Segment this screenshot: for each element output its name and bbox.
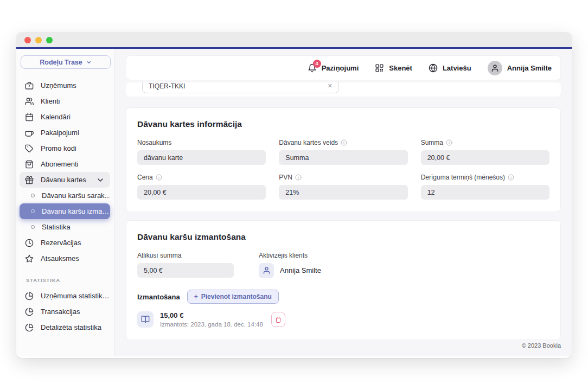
sidebar-item-label: Dāvanu kartes: [41, 176, 86, 184]
pie-chart-icon: [25, 292, 34, 300]
sidebar-subitem-davanu-karsu-izmantosana[interactable]: Dāvanu karšu izma…: [20, 203, 110, 219]
field-input-disabled: Summa: [279, 150, 407, 165]
sidebar-item-label: Abonementi: [41, 160, 78, 168]
field-input-disabled: 20,00 €: [137, 185, 266, 200]
gift-card-info-card: Dāvanu kartes informācija Nosaukums dāva…: [126, 107, 561, 212]
info-icon: [341, 139, 347, 146]
footer-copyright: © 2023 Bookla: [126, 342, 561, 356]
sidebar-item-abonementi[interactable]: Abonementi: [20, 156, 110, 172]
avatar: [488, 61, 502, 75]
sidebar-subitem-davanu-karsu-saraksts[interactable]: Dāvanu karšu sarak…: [20, 188, 110, 203]
gift-icon: [25, 176, 34, 184]
gift-card-code-input[interactable]: TIQER-TKKI ✕: [142, 82, 339, 93]
info-icon: [156, 174, 162, 181]
sidebar-item-klienti[interactable]: Klienti: [20, 93, 110, 109]
notification-badge: 4: [313, 60, 321, 68]
sidebar-item-detalizeta-statistika[interactable]: Detalizēta statistika: [20, 319, 110, 335]
user-menu[interactable]: Annija Smilte: [488, 61, 552, 75]
sidebar-item-label: Transakcijas: [41, 308, 80, 316]
main-content: 4 Paziņojumi Skenēt Latviešu Annija Sm: [115, 49, 572, 356]
sidebar-item-davanu-kartes[interactable]: Dāvanu kartes: [20, 172, 110, 188]
language-label: Latviešu: [443, 64, 471, 72]
field-atlikusi-summa: Atlikusī summa 5,00 €: [137, 252, 234, 278]
bullet-icon: [31, 209, 35, 213]
sidebar-item-kalendari[interactable]: Kalendāri: [20, 109, 110, 125]
sidebar-item-label: Detalizēta statistika: [41, 323, 101, 331]
minimize-window-button[interactable]: [35, 37, 42, 43]
qr-code-icon: [375, 63, 384, 73]
field-input-disabled: dāvanu karte: [137, 150, 266, 165]
sidebar-subitem-label: Dāvanu karšu izma…: [42, 207, 109, 215]
user-icon: [491, 64, 499, 72]
gift-card-usage-card: Dāvanu karšu izmantošana Atlikusī summa …: [126, 220, 561, 340]
sidebar-item-rezervacijas[interactable]: Rezervācijas: [20, 235, 110, 251]
scan-button[interactable]: Skenēt: [375, 63, 412, 73]
workspace-selector[interactable]: Rodeļu Trase: [21, 55, 111, 69]
code-card-clipped: TIQER-TKKI ✕: [126, 82, 561, 97]
info-icon: [508, 174, 514, 181]
bullet-icon: [31, 225, 35, 229]
sidebar-item-label: Atsauksmes: [41, 254, 79, 263]
notifications-button[interactable]: 4 Paziņojumi: [308, 63, 359, 73]
sidebar-item-promo-kodi[interactable]: Promo kodi: [20, 140, 110, 156]
field-label: Nosaukums: [137, 139, 171, 146]
field-label: PVN: [279, 174, 292, 181]
sidebar-section-statistika: STATISTIKA: [26, 277, 110, 283]
field-label: Dāvanu kartes veids: [279, 139, 338, 146]
delete-usage-button[interactable]: [271, 312, 285, 327]
plus-icon: +: [194, 293, 198, 300]
info-icon: [446, 139, 452, 146]
sidebar: Rodeļu Trase Uzņēmums Klienti Kalendāri …: [16, 49, 115, 356]
client-icon: [259, 263, 274, 278]
language-selector[interactable]: Latviešu: [429, 63, 471, 73]
zoom-window-button[interactable]: [46, 37, 53, 43]
sidebar-item-label: Uzņēmuma statistik…: [41, 292, 109, 300]
add-usage-button[interactable]: + Pievienot izmantošanu: [187, 290, 279, 304]
sidebar-subitem-statistika[interactable]: Statistika: [20, 219, 110, 235]
workspace-name: Rodeļu Trase: [40, 59, 82, 66]
sidebar-subitem-label: Dāvanu karšu sarak…: [42, 191, 110, 200]
globe-icon: [429, 63, 438, 73]
sidebar-item-transakcijas[interactable]: Transakcijas: [20, 304, 110, 319]
sidebar-item-uznemums[interactable]: Uzņēmums: [20, 78, 110, 93]
app-window: Rodeļu Trase Uzņēmums Klienti Kalendāri …: [16, 33, 572, 358]
field-pvn: PVN 21%: [279, 174, 407, 200]
book-open-icon: [141, 315, 150, 324]
field-label: Cena: [137, 174, 153, 181]
field-veids: Dāvanu kartes veids Summa: [279, 139, 407, 165]
usage-date: Izmantots: 2023. gada 18. dec. 14:48: [160, 321, 263, 328]
users-icon: [25, 97, 34, 106]
sidebar-item-label: Rezervācijas: [41, 239, 81, 247]
sidebar-item-label: Promo kodi: [41, 144, 76, 152]
pie-chart-icon: [25, 323, 34, 332]
bag-icon: [25, 160, 34, 169]
client-name: Annija Smilte: [280, 266, 321, 274]
tag-icon: [25, 144, 34, 153]
field-input-disabled: 12: [421, 185, 549, 200]
usage-section-label: Izmantošana: [137, 293, 180, 301]
field-label: Atlikusī summa: [137, 252, 181, 259]
usage-amount: 15,00 €: [160, 311, 263, 319]
field-input-disabled: 21%: [279, 185, 407, 200]
field-summa: Summa 20,00 €: [421, 139, 549, 165]
sidebar-item-label: Kalendāri: [41, 113, 71, 121]
cup-icon: [25, 129, 34, 137]
user-icon: [263, 266, 271, 274]
field-input-disabled: 20,00 €: [421, 150, 549, 165]
notifications-label: Paziņojumi: [322, 64, 359, 72]
clear-input-icon[interactable]: ✕: [328, 82, 333, 89]
topbar: 4 Paziņojumi Skenēt Latviešu Annija Sm: [126, 55, 561, 80]
sidebar-item-uznemuma-statistika[interactable]: Uzņēmuma statistik…: [20, 288, 110, 304]
usage-list-item: 15,00 € Izmantots: 2023. gada 18. dec. 1…: [137, 311, 549, 328]
gift-card-code-value: TIQER-TKKI: [149, 82, 185, 90]
sidebar-item-label: Uzņēmums: [41, 81, 76, 89]
field-input-disabled: 5,00 €: [137, 263, 234, 278]
clock-icon: [25, 239, 34, 247]
sidebar-item-pakalpojumi[interactable]: Pakalpojumi: [20, 125, 110, 140]
window-titlebar: [16, 33, 572, 49]
info-icon: [295, 174, 302, 181]
close-window-button[interactable]: [24, 37, 31, 43]
add-usage-label: Pievienot izmantošanu: [201, 293, 272, 300]
sidebar-item-atsauksmes[interactable]: Atsauksmes: [20, 251, 110, 266]
field-deriguma-termins: Derīguma termiņš (mēnešos) 12: [421, 174, 549, 200]
